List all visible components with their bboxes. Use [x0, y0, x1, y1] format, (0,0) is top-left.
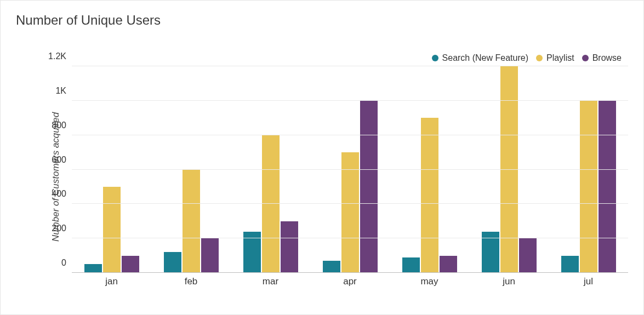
bar	[599, 101, 616, 273]
bar-group	[151, 66, 231, 273]
legend-label: Browse	[592, 53, 622, 63]
legend-item: Playlist	[536, 53, 574, 63]
bar	[402, 257, 420, 273]
y-tick-label: 600	[52, 155, 72, 165]
y-tick-label: 800	[52, 121, 72, 130]
bar	[421, 118, 438, 273]
bar	[561, 256, 579, 273]
legend-label: Playlist	[546, 53, 574, 63]
gridline	[72, 66, 628, 66]
bar	[84, 264, 102, 273]
bar-group	[549, 66, 628, 273]
x-tick-label: jun	[469, 274, 549, 287]
bar	[360, 101, 378, 273]
bar-group	[310, 66, 390, 273]
x-tick-label: apr	[310, 274, 390, 287]
bars-container	[72, 66, 628, 273]
bar	[183, 170, 200, 273]
chart-card: Number of Unique Users Search (New Featu…	[0, 0, 644, 315]
legend-swatch-icon	[432, 55, 438, 61]
gridline	[72, 135, 628, 135]
y-tick-label: 1.2K	[48, 51, 72, 61]
bar-group	[469, 66, 549, 273]
legend: Search (New Feature) Playlist Browse	[432, 53, 622, 63]
y-tick-label: 200	[52, 224, 72, 233]
x-tick-label: may	[390, 274, 469, 287]
legend-item: Search (New Feature)	[432, 53, 528, 63]
bar	[281, 221, 298, 273]
plot: 02004006008001K1.2K	[72, 66, 628, 273]
gridline	[72, 100, 628, 101]
gridline	[72, 169, 628, 170]
bar-group	[390, 66, 469, 273]
y-tick-label: 0	[61, 258, 72, 268]
x-tick-label: mar	[231, 274, 310, 287]
x-axis-labels: janfebmaraprmayjunjul	[72, 274, 628, 287]
bar	[500, 66, 518, 273]
bar-group	[72, 66, 151, 273]
bar	[164, 252, 181, 273]
legend-item: Browse	[582, 53, 622, 63]
bar	[519, 238, 537, 273]
gridline	[72, 203, 628, 204]
legend-label: Search (New Feature)	[442, 53, 528, 63]
x-tick-label: jul	[549, 274, 628, 287]
x-tick-label: jan	[72, 274, 151, 287]
bar	[341, 152, 359, 273]
bar	[580, 101, 597, 273]
x-tick-label: feb	[151, 274, 231, 287]
bar	[201, 238, 219, 273]
bar	[103, 187, 121, 273]
bar-group	[231, 66, 310, 273]
legend-swatch-icon	[582, 55, 589, 61]
chart-title: Number of Unique Users	[16, 13, 629, 28]
y-axis-label: Number of Customers acquired	[49, 66, 63, 287]
y-tick-label: 1K	[55, 86, 72, 96]
bar	[122, 256, 139, 273]
chart-area: Number of Customers acquired 02004006008…	[41, 66, 628, 287]
bar	[323, 261, 340, 273]
gridline	[72, 238, 628, 238]
bar	[440, 256, 457, 273]
legend-swatch-icon	[536, 55, 543, 61]
y-tick-label: 400	[52, 189, 72, 199]
gridline	[72, 272, 628, 273]
